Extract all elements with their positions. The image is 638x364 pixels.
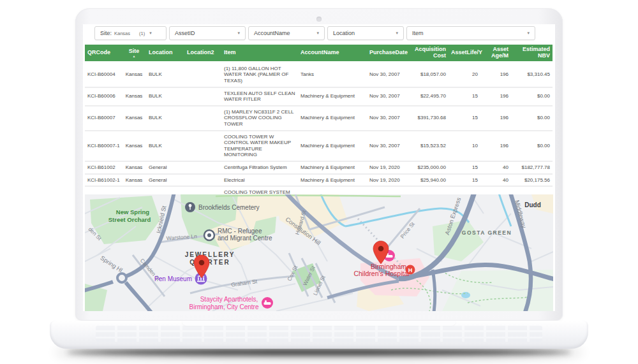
map-label: RMC - Refugee <box>218 228 262 235</box>
column-header[interactable]: Location2 <box>184 45 221 62</box>
table-cell: Machinery & Equipment <box>298 131 367 161</box>
filter-site[interactable]: Site: Kansas (1) ▾ <box>94 26 167 40</box>
map-label: Pen Museum <box>154 275 192 282</box>
table-cell <box>184 174 221 187</box>
rmc-icon[interactable] <box>204 230 214 240</box>
column-header[interactable]: AssetLife/Y <box>449 45 480 62</box>
table-cell: (1) 11,800 GALLON HOT WATER TANK (PALMER… <box>221 62 298 87</box>
app-screen: Site: Kansas (1) ▾ AssetID ▾ AccountName… <box>83 24 555 311</box>
table-cell: $20,175.56 <box>511 174 553 187</box>
hospital-icon[interactable]: H <box>406 265 415 275</box>
filter-assetid-label: AssetID <box>175 30 195 36</box>
canal <box>320 194 511 226</box>
filter-accountname[interactable]: AccountName ▾ <box>248 26 325 40</box>
caret-down-icon: ▾ <box>316 31 319 36</box>
table-cell: KCI-B60007 <box>85 106 122 131</box>
laptop-mockup: Site: Kansas (1) ▾ AssetID ▾ AccountName… <box>0 0 638 364</box>
webcam-dot <box>316 17 322 22</box>
table-cell: KCI-B60007-1 <box>85 131 122 161</box>
table-cell: KCI-B61002 <box>85 161 122 174</box>
table-cell: Nov 30, 2007 <box>367 87 406 106</box>
table-cell: Nov 30, 2007 <box>367 131 406 161</box>
table-cell: TEXLEEN AUTO SELF CLEAN WATER FITLER <box>221 87 298 106</box>
table-cell: Centrifuga Filtration System <box>221 161 298 174</box>
filter-location[interactable]: Location ▾ <box>327 26 404 40</box>
table-cell: Kansas <box>122 87 146 106</box>
table-cell: Nov 30, 2007 <box>367 106 406 131</box>
map-pin-pen-museum[interactable] <box>194 255 209 278</box>
table-row[interactable]: KCI-B60007-1KansasBULKCOOLING TOWER W CO… <box>85 131 553 161</box>
map-canvas: New Spring Street Orchard Icknield St de… <box>85 194 553 311</box>
map-label: New Spring <box>116 208 149 215</box>
table-row[interactable]: KCI-B60006KansasBULKTEXLEEN AUTO SELF CL… <box>85 87 553 106</box>
column-header[interactable]: Acquisition Cost <box>406 45 449 62</box>
caret-down-icon: ▾ <box>237 31 240 36</box>
column-header[interactable]: QRCode <box>85 45 122 62</box>
table-cell: General <box>146 174 184 187</box>
table-cell: BULK <box>146 62 184 87</box>
filter-accountname-label: AccountName <box>254 30 290 36</box>
filter-assetid[interactable]: AssetID ▾ <box>169 26 246 40</box>
table-cell <box>184 62 221 87</box>
map-label: Dudd <box>524 201 541 208</box>
table-cell: $0.00 <box>511 131 553 161</box>
filter-item[interactable]: Item ▾ <box>406 26 535 40</box>
cemetery-icon[interactable] <box>185 202 195 212</box>
filter-site-count: (1) <box>139 31 145 36</box>
table-cell: $235,000.00 <box>406 161 449 174</box>
table-cell: $0.00 <box>511 87 553 106</box>
map-label: Staycity Aparthotels, <box>200 296 258 303</box>
map[interactable]: New Spring Street Orchard Icknield St de… <box>85 194 553 311</box>
table-cell: Machinery & Equipment <box>298 87 367 106</box>
column-header[interactable]: Location <box>146 45 184 62</box>
table-row[interactable]: KCI-B60007KansasBULK(1) MARLEY NC8311F 2… <box>85 106 553 131</box>
table-cell: BULK <box>146 87 184 106</box>
column-header[interactable]: PurchaseDate <box>367 45 406 62</box>
roundabout <box>117 273 126 282</box>
table-cell: Nov 30, 2007 <box>367 62 406 87</box>
table-cell: 15 <box>449 87 480 106</box>
table-cell: 15 <box>449 174 480 187</box>
table-cell <box>184 87 221 106</box>
table-cell: Nov 19, 2020 <box>367 161 406 174</box>
map-label: Graham St <box>231 278 258 288</box>
table-cell: $15,523.52 <box>406 131 449 161</box>
filter-site-value: Kansas <box>114 31 130 36</box>
table-row[interactable]: KCI-B61002KansasGeneralCentrifuga Filtra… <box>85 161 553 174</box>
column-header[interactable]: Site▲ <box>122 45 146 62</box>
filter-item-label: Item <box>412 30 424 36</box>
map-label: GOSTA GREEN <box>462 229 512 236</box>
table-cell: Machinery & Equipment <box>298 106 367 131</box>
column-header[interactable]: Estimated NBV <box>511 45 553 62</box>
filter-site-label: Site: <box>100 30 112 36</box>
table-cell: 20 <box>449 62 480 87</box>
filter-location-label: Location <box>333 30 355 36</box>
map-label: Brookfields Cemetery <box>198 204 260 211</box>
table-cell: (1) MARLEY NC8311F 2 CELL CROSSFLOW COOL… <box>221 106 298 131</box>
table-cell: $182,777.78 <box>511 161 553 174</box>
table-cell: 40 <box>480 174 511 187</box>
table-cell: 196 <box>480 131 511 161</box>
table-header-row: QRCodeSite▲LocationLocation2ItemAccountN… <box>85 45 553 62</box>
table-cell: Machinery & Equipment <box>298 174 367 187</box>
column-header[interactable]: Asset Age/M <box>480 45 511 62</box>
laptop-keyboard <box>96 326 542 342</box>
table-cell: $18,057.00 <box>406 62 449 87</box>
table-cell <box>184 131 221 161</box>
table-cell: Kansas <box>122 131 146 161</box>
table-cell: 196 <box>480 62 511 87</box>
hotel-icon[interactable] <box>262 297 273 309</box>
column-header[interactable]: AccountName <box>298 45 367 62</box>
laptop-shadow <box>67 349 571 355</box>
caret-down-icon: ▾ <box>527 31 530 36</box>
map-label: and Migrant Centre <box>218 235 272 242</box>
column-header[interactable]: Item <box>221 45 298 62</box>
table-row[interactable]: KCI-B60004KansasBULK(1) 11,800 GALLON HO… <box>85 62 553 87</box>
table-cell: $0.00 <box>511 106 553 131</box>
table-row[interactable]: KCI-B61002-1KansasGeneralElectricalMachi… <box>85 174 553 187</box>
green-route <box>216 195 401 196</box>
table-cell: 40 <box>480 161 511 174</box>
table-cell: BULK <box>146 106 184 131</box>
table-cell: Kansas <box>122 62 146 87</box>
laptop-hinge <box>182 321 456 326</box>
